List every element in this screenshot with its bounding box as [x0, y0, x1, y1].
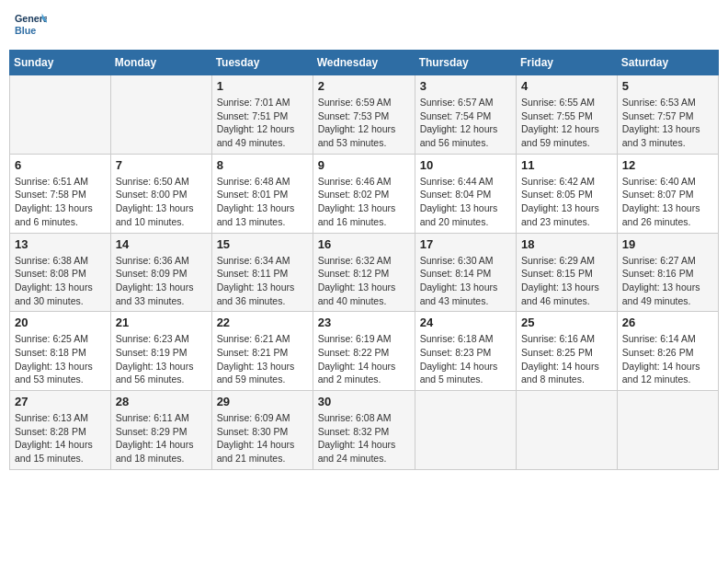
- day-info: Sunrise: 6:16 AM Sunset: 8:25 PM Dayligh…: [521, 332, 612, 386]
- weekday-header-sunday: Sunday: [10, 51, 111, 75]
- weekday-header-monday: Monday: [110, 51, 211, 75]
- day-number: 26: [622, 316, 713, 329]
- calendar: SundayMondayTuesdayWednesdayThursdayFrid…: [9, 50, 719, 470]
- day-info: Sunrise: 6:48 AM Sunset: 8:01 PM Dayligh…: [217, 175, 308, 229]
- day-cell: 9Sunrise: 6:46 AM Sunset: 8:02 PM Daylig…: [313, 154, 415, 233]
- day-cell: 1Sunrise: 7:01 AM Sunset: 7:51 PM Daylig…: [211, 75, 313, 155]
- day-number: 1: [217, 79, 308, 93]
- day-cell: 17Sunrise: 6:30 AM Sunset: 8:14 PM Dayli…: [415, 233, 516, 312]
- weekday-header-thursday: Thursday: [415, 51, 516, 75]
- day-number: 2: [318, 79, 410, 93]
- day-number: 15: [217, 237, 308, 251]
- day-number: 22: [217, 316, 308, 329]
- day-info: Sunrise: 6:13 AM Sunset: 8:28 PM Dayligh…: [15, 411, 106, 465]
- day-info: Sunrise: 6:19 AM Sunset: 8:22 PM Dayligh…: [318, 332, 410, 386]
- day-info: Sunrise: 6:40 AM Sunset: 8:07 PM Dayligh…: [622, 175, 713, 229]
- day-info: Sunrise: 6:57 AM Sunset: 7:54 PM Dayligh…: [420, 96, 511, 150]
- day-info: Sunrise: 6:25 AM Sunset: 8:18 PM Dayligh…: [15, 332, 106, 386]
- week-row-4: 20Sunrise: 6:25 AM Sunset: 8:18 PM Dayli…: [10, 312, 719, 391]
- day-info: Sunrise: 6:38 AM Sunset: 8:08 PM Dayligh…: [15, 254, 106, 308]
- day-info: Sunrise: 6:29 AM Sunset: 8:15 PM Dayligh…: [521, 254, 612, 308]
- day-number: 6: [15, 158, 106, 172]
- day-cell: 2Sunrise: 6:59 AM Sunset: 7:53 PM Daylig…: [313, 75, 415, 155]
- day-cell: 28Sunrise: 6:11 AM Sunset: 8:29 PM Dayli…: [110, 391, 211, 470]
- day-cell: 11Sunrise: 6:42 AM Sunset: 8:05 PM Dayli…: [517, 154, 618, 233]
- day-info: Sunrise: 6:30 AM Sunset: 8:14 PM Dayligh…: [420, 254, 511, 308]
- day-cell: 30Sunrise: 6:08 AM Sunset: 8:32 PM Dayli…: [313, 391, 415, 470]
- day-number: 11: [521, 158, 612, 172]
- day-cell: 21Sunrise: 6:23 AM Sunset: 8:19 PM Dayli…: [110, 312, 211, 391]
- logo: General Blue: [14, 9, 47, 42]
- weekday-header-row: SundayMondayTuesdayWednesdayThursdayFrid…: [10, 51, 719, 75]
- day-cell: 4Sunrise: 6:55 AM Sunset: 7:55 PM Daylig…: [517, 75, 618, 155]
- day-number: 19: [622, 237, 713, 251]
- day-number: 28: [116, 395, 207, 408]
- day-number: 18: [521, 237, 612, 251]
- day-cell: 24Sunrise: 6:18 AM Sunset: 8:23 PM Dayli…: [415, 312, 516, 391]
- day-cell: 5Sunrise: 6:53 AM Sunset: 7:57 PM Daylig…: [617, 75, 718, 155]
- day-cell: 16Sunrise: 6:32 AM Sunset: 8:12 PM Dayli…: [313, 233, 415, 312]
- day-number: 23: [318, 316, 410, 329]
- day-cell: 23Sunrise: 6:19 AM Sunset: 8:22 PM Dayli…: [313, 312, 415, 391]
- day-cell: [10, 75, 111, 155]
- day-cell: 19Sunrise: 6:27 AM Sunset: 8:16 PM Dayli…: [617, 233, 718, 312]
- day-number: 8: [217, 158, 308, 172]
- day-info: Sunrise: 6:11 AM Sunset: 8:29 PM Dayligh…: [116, 411, 207, 465]
- day-info: Sunrise: 6:55 AM Sunset: 7:55 PM Dayligh…: [521, 96, 612, 150]
- day-number: 25: [521, 316, 612, 329]
- day-cell: 10Sunrise: 6:44 AM Sunset: 8:04 PM Dayli…: [415, 154, 516, 233]
- day-cell: 8Sunrise: 6:48 AM Sunset: 8:01 PM Daylig…: [211, 154, 313, 233]
- day-cell: 12Sunrise: 6:40 AM Sunset: 8:07 PM Dayli…: [617, 154, 718, 233]
- day-cell: [415, 391, 516, 470]
- day-number: 3: [420, 79, 511, 93]
- day-info: Sunrise: 6:32 AM Sunset: 8:12 PM Dayligh…: [318, 254, 410, 308]
- day-info: Sunrise: 6:09 AM Sunset: 8:30 PM Dayligh…: [217, 411, 308, 465]
- svg-text:Blue: Blue: [15, 25, 36, 36]
- day-number: 24: [420, 316, 511, 329]
- day-info: Sunrise: 7:01 AM Sunset: 7:51 PM Dayligh…: [217, 96, 308, 150]
- day-cell: [517, 391, 618, 470]
- day-cell: 13Sunrise: 6:38 AM Sunset: 8:08 PM Dayli…: [10, 233, 111, 312]
- day-number: 17: [420, 237, 511, 251]
- day-number: 12: [622, 158, 713, 172]
- day-number: 7: [116, 158, 207, 172]
- day-info: Sunrise: 6:18 AM Sunset: 8:23 PM Dayligh…: [420, 332, 511, 386]
- weekday-header-friday: Friday: [517, 51, 618, 75]
- day-number: 29: [217, 395, 308, 408]
- day-info: Sunrise: 6:27 AM Sunset: 8:16 PM Dayligh…: [622, 254, 713, 308]
- day-info: Sunrise: 6:23 AM Sunset: 8:19 PM Dayligh…: [116, 332, 207, 386]
- day-number: 16: [318, 237, 410, 251]
- day-cell: 26Sunrise: 6:14 AM Sunset: 8:26 PM Dayli…: [617, 312, 718, 391]
- weekday-header-saturday: Saturday: [617, 51, 718, 75]
- day-cell: 20Sunrise: 6:25 AM Sunset: 8:18 PM Dayli…: [10, 312, 111, 391]
- day-number: 13: [15, 237, 106, 251]
- day-info: Sunrise: 6:36 AM Sunset: 8:09 PM Dayligh…: [116, 254, 207, 308]
- week-row-3: 13Sunrise: 6:38 AM Sunset: 8:08 PM Dayli…: [10, 233, 719, 312]
- day-cell: 15Sunrise: 6:34 AM Sunset: 8:11 PM Dayli…: [211, 233, 313, 312]
- day-number: 20: [15, 316, 106, 329]
- day-info: Sunrise: 6:46 AM Sunset: 8:02 PM Dayligh…: [318, 175, 410, 229]
- day-number: 9: [318, 158, 410, 172]
- day-number: 27: [15, 395, 106, 408]
- day-info: Sunrise: 6:53 AM Sunset: 7:57 PM Dayligh…: [622, 96, 713, 150]
- day-cell: [617, 391, 718, 470]
- logo-icon: General Blue: [14, 9, 47, 42]
- day-cell: 22Sunrise: 6:21 AM Sunset: 8:21 PM Dayli…: [211, 312, 313, 391]
- day-info: Sunrise: 6:59 AM Sunset: 7:53 PM Dayligh…: [318, 96, 410, 150]
- day-cell: 18Sunrise: 6:29 AM Sunset: 8:15 PM Dayli…: [517, 233, 618, 312]
- day-cell: 14Sunrise: 6:36 AM Sunset: 8:09 PM Dayli…: [110, 233, 211, 312]
- day-info: Sunrise: 6:50 AM Sunset: 8:00 PM Dayligh…: [116, 175, 207, 229]
- day-cell: 6Sunrise: 6:51 AM Sunset: 7:58 PM Daylig…: [10, 154, 111, 233]
- day-info: Sunrise: 6:42 AM Sunset: 8:05 PM Dayligh…: [521, 175, 612, 229]
- weekday-header-tuesday: Tuesday: [211, 51, 313, 75]
- day-info: Sunrise: 6:14 AM Sunset: 8:26 PM Dayligh…: [622, 332, 713, 386]
- header: General Blue: [9, 9, 719, 42]
- day-info: Sunrise: 6:51 AM Sunset: 7:58 PM Dayligh…: [15, 175, 106, 229]
- day-number: 30: [318, 395, 410, 408]
- week-row-2: 6Sunrise: 6:51 AM Sunset: 7:58 PM Daylig…: [10, 154, 719, 233]
- day-info: Sunrise: 6:34 AM Sunset: 8:11 PM Dayligh…: [217, 254, 308, 308]
- day-number: 14: [116, 237, 207, 251]
- day-number: 10: [420, 158, 511, 172]
- day-number: 5: [622, 79, 713, 93]
- day-cell: 25Sunrise: 6:16 AM Sunset: 8:25 PM Dayli…: [517, 312, 618, 391]
